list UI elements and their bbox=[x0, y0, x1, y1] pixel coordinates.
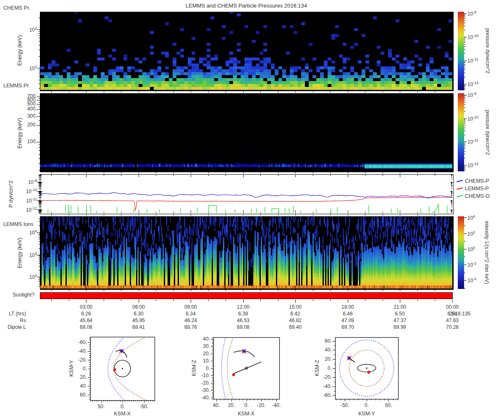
p4-y-minor-tick bbox=[39, 244, 40, 244]
gap-hour-tick-0 bbox=[400, 91, 400, 92]
p2-y-minor-tick bbox=[39, 144, 40, 145]
orbit1-xaxis-title: KSM-X bbox=[114, 411, 131, 417]
p3-y-minor-tick bbox=[39, 202, 40, 202]
time-axis-tick bbox=[104, 299, 104, 301]
p3-y-minor-tick bbox=[39, 196, 40, 196]
cb1-minor-tick bbox=[464, 30, 465, 30]
p4-y-minor-tick bbox=[39, 226, 40, 226]
annotation-value: 6.46 bbox=[333, 311, 362, 317]
panel3-yaxis-title: P dyn/cm^2 bbox=[8, 181, 14, 208]
p3-y-minor-tick bbox=[39, 203, 40, 203]
orbit3-yaxis-title: KSM-Z bbox=[314, 360, 320, 376]
cb4-minor-tick bbox=[464, 241, 465, 242]
p3-y-minor-tick bbox=[39, 188, 40, 189]
time-tick-label: 12:00 bbox=[228, 304, 258, 310]
gap-hour-tick-1 bbox=[295, 172, 296, 173]
cb2-minor-tick bbox=[464, 168, 465, 168]
cb2-minor-tick bbox=[464, 147, 465, 147]
cb4-major-tick bbox=[464, 265, 467, 265]
plot-page: LEMMS and CHEMS Particle Pressures 2016:… bbox=[0, 0, 504, 420]
gap-hour-tick-2 bbox=[191, 214, 191, 215]
legend-line-swatch bbox=[457, 195, 463, 197]
p3-y-minor-tick bbox=[39, 201, 40, 202]
pressure-colorbar-2 bbox=[458, 93, 464, 171]
time-tick-label: 09:00 bbox=[176, 304, 205, 310]
legend-item: CHEMS-P bbox=[457, 177, 489, 184]
orbit2-yaxis-title: KSM-Z bbox=[191, 360, 197, 376]
time-axis-tick bbox=[400, 299, 400, 303]
cb1-minor-tick bbox=[464, 26, 465, 26]
annotation-value: 6.42 bbox=[281, 311, 310, 317]
p3-y-tick-label: 10-11 bbox=[15, 197, 37, 204]
annotation-value: 6.26 bbox=[71, 311, 101, 317]
p2-y-minor-tick bbox=[39, 147, 40, 148]
legend-label: LEMMS-P bbox=[465, 186, 489, 192]
p4-y-major-tick bbox=[37, 232, 40, 233]
p4-y-minor-tick bbox=[39, 260, 40, 260]
p1-y-minor-tick bbox=[39, 45, 40, 45]
p4-y-minor-tick bbox=[39, 270, 40, 270]
gap-hour-tick-1 bbox=[365, 172, 365, 173]
p4-y-tick-label: 103 bbox=[15, 252, 37, 258]
annotation-value: 47.37 bbox=[385, 318, 415, 323]
gap-hour-tick-3 bbox=[104, 289, 104, 291]
p3-y-minor-tick bbox=[39, 192, 40, 193]
p3-y-minor-tick bbox=[39, 212, 40, 213]
gap-hour-tick-1 bbox=[139, 172, 139, 173]
p4-y-minor-tick bbox=[39, 257, 40, 257]
p4-y-minor-tick bbox=[39, 239, 40, 239]
time-axis-tick bbox=[295, 299, 296, 303]
p3-y-minor-tick bbox=[39, 193, 40, 194]
gap-hour-tick-0 bbox=[260, 91, 261, 92]
p1-y-minor-tick bbox=[39, 31, 40, 32]
cb4-major-tick bbox=[464, 218, 467, 218]
gap-hour-tick-2 bbox=[243, 214, 244, 215]
gap-hour-tick-0 bbox=[69, 91, 69, 92]
gap-hour-tick-0 bbox=[156, 91, 156, 92]
gap-hour-tick-3 bbox=[278, 289, 278, 291]
p1-y-minor-tick bbox=[39, 33, 40, 34]
gap-hour-tick-1 bbox=[417, 172, 418, 173]
cb2-minor-tick bbox=[464, 154, 465, 154]
time-axis-tick bbox=[313, 299, 313, 301]
cb2-minor-tick bbox=[464, 97, 465, 97]
annotation-value: 47.09 bbox=[333, 318, 362, 323]
p2-y-minor-tick bbox=[39, 133, 40, 133]
annotation-value: 46.53 bbox=[228, 318, 258, 323]
p3-y-minor-tick bbox=[39, 182, 40, 183]
annotation-value: 69.70 bbox=[333, 324, 362, 330]
gap-hour-tick-2 bbox=[295, 214, 296, 215]
gap-hour-tick-2 bbox=[435, 214, 435, 215]
p4-y-tick-label: 104 bbox=[15, 229, 37, 236]
cb1-major-tick bbox=[464, 37, 467, 37]
time-axis-tick bbox=[278, 299, 278, 301]
cb1-minor-tick bbox=[464, 23, 465, 23]
cb4-tick-label: 10-2 bbox=[467, 261, 476, 268]
gap-hour-tick-0 bbox=[208, 91, 209, 92]
p2-y-minor-tick bbox=[39, 154, 40, 155]
time-axis-tick bbox=[383, 299, 383, 301]
pressure-lineplot bbox=[40, 174, 454, 214]
gap-hour-tick-2 bbox=[139, 214, 139, 215]
p2-y-minor-tick bbox=[39, 102, 40, 102]
cb2-minor-tick bbox=[464, 144, 465, 144]
cb4-minor-tick bbox=[464, 257, 465, 257]
gap-hour-tick-3 bbox=[435, 289, 435, 291]
annotation-value: 47.63 bbox=[438, 318, 467, 323]
p3-y-tick-label: 10-12 bbox=[15, 206, 37, 213]
p1-y-minor-tick bbox=[39, 35, 40, 36]
cb2-minor-tick bbox=[464, 135, 465, 135]
gap-hour-tick-2 bbox=[51, 214, 52, 215]
cb2-major-tick bbox=[464, 142, 467, 142]
orbit-xz-canvas bbox=[205, 332, 288, 408]
gap-hour-tick-1 bbox=[86, 172, 87, 173]
p2-y-major-tick bbox=[37, 104, 40, 105]
cb4-tick-label: 102 bbox=[467, 230, 475, 237]
colorbar2-title: pressure dyne/cm^2 bbox=[485, 110, 491, 155]
cb4-tick-label: 104 bbox=[467, 214, 475, 221]
time-axis-tick bbox=[260, 299, 261, 301]
p3-y-minor-tick bbox=[39, 176, 40, 176]
cb1-minor-tick bbox=[464, 66, 465, 66]
annotation-value: 45.64 bbox=[71, 318, 101, 323]
annotation-value: 6.38 bbox=[228, 311, 258, 317]
